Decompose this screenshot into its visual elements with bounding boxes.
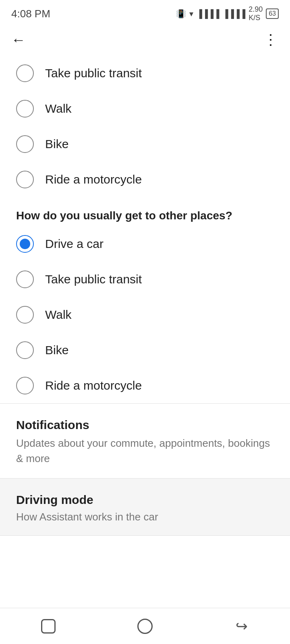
vibrate-icon: 📳 xyxy=(176,9,186,19)
q1-walk-label: Walk xyxy=(45,102,72,116)
question2-options: Drive a car Take public transit Walk Bik… xyxy=(0,226,290,403)
bottom-nav-bar: ↩ xyxy=(0,608,290,644)
back-nav-icon: ↩ xyxy=(236,618,248,635)
driving-mode-description: How Assistant works in the car xyxy=(16,511,274,523)
nav-recents-button[interactable] xyxy=(37,615,59,637)
q2-bike-radio[interactable] xyxy=(16,341,34,359)
more-options-button[interactable]: ⋮ xyxy=(263,31,279,48)
status-bar: 4:08 PM 📳 ▾ ▐▐▐▐ ▐▐▐▐ 2.90K/S 63 xyxy=(0,0,290,24)
question2-heading: How do you usually get to other places? xyxy=(0,197,290,226)
signal-icon2: ▐▐▐▐ xyxy=(222,9,245,19)
driving-mode-title: Driving mode xyxy=(16,493,274,507)
status-icons: 📳 ▾ ▐▐▐▐ ▐▐▐▐ 2.90K/S 63 xyxy=(176,5,279,22)
q1-motorcycle-radio[interactable] xyxy=(16,171,34,188)
q2-transit-radio[interactable] xyxy=(16,270,34,288)
q2-walk-radio[interactable] xyxy=(16,306,34,324)
q2-walk-label: Walk xyxy=(45,308,72,322)
q2-motorcycle-option[interactable]: Ride a motorcycle xyxy=(16,368,274,403)
driving-mode-section[interactable]: Driving mode How Assistant works in the … xyxy=(0,479,290,535)
q1-motorcycle-option[interactable]: Ride a motorcycle xyxy=(16,162,274,197)
back-button[interactable]: ← xyxy=(11,31,26,48)
divider-3 xyxy=(0,535,290,536)
question1-options: Take public transit Walk Bike Ride a mot… xyxy=(0,56,290,197)
q1-walk-radio[interactable] xyxy=(16,100,34,118)
wifi-icon: ▾ xyxy=(189,9,193,19)
q1-transit-radio[interactable] xyxy=(16,64,34,82)
q2-car-radio[interactable] xyxy=(16,235,34,253)
q2-car-label: Drive a car xyxy=(45,237,104,251)
notifications-title: Notifications xyxy=(16,418,274,432)
q2-car-option[interactable]: Drive a car xyxy=(16,226,274,262)
q2-motorcycle-radio[interactable] xyxy=(16,377,34,394)
q2-bike-label: Bike xyxy=(45,343,68,357)
q2-bike-option[interactable]: Bike xyxy=(16,332,274,368)
q1-motorcycle-label: Ride a motorcycle xyxy=(45,173,142,186)
notifications-section[interactable]: Notifications Updates about your commute… xyxy=(0,404,290,478)
speed-label: 2.90K/S xyxy=(249,5,263,22)
q2-transit-label: Take public transit xyxy=(45,272,142,286)
nav-home-button[interactable] xyxy=(134,615,156,637)
battery-indicator: 63 xyxy=(266,8,279,19)
q1-transit-label: Take public transit xyxy=(45,66,142,80)
notifications-description: Updates about your commute, appointments… xyxy=(16,436,274,466)
q2-walk-option[interactable]: Walk xyxy=(16,297,274,332)
q1-walk-option[interactable]: Walk xyxy=(16,91,274,126)
q2-car-radio-inner xyxy=(20,239,30,249)
signal-icon1: ▐▐▐▐ xyxy=(197,9,220,19)
recents-icon xyxy=(41,619,56,634)
q1-bike-label: Bike xyxy=(45,137,68,151)
q1-bike-option[interactable]: Bike xyxy=(16,126,274,162)
q1-transit-option[interactable]: Take public transit xyxy=(16,56,274,91)
nav-back-button[interactable]: ↩ xyxy=(231,615,253,637)
home-icon xyxy=(137,619,153,634)
top-nav: ← ⋮ xyxy=(0,24,290,56)
q2-motorcycle-label: Ride a motorcycle xyxy=(45,379,142,392)
q1-bike-radio[interactable] xyxy=(16,135,34,153)
status-time: 4:08 PM xyxy=(11,8,50,20)
q2-transit-option[interactable]: Take public transit xyxy=(16,262,274,297)
